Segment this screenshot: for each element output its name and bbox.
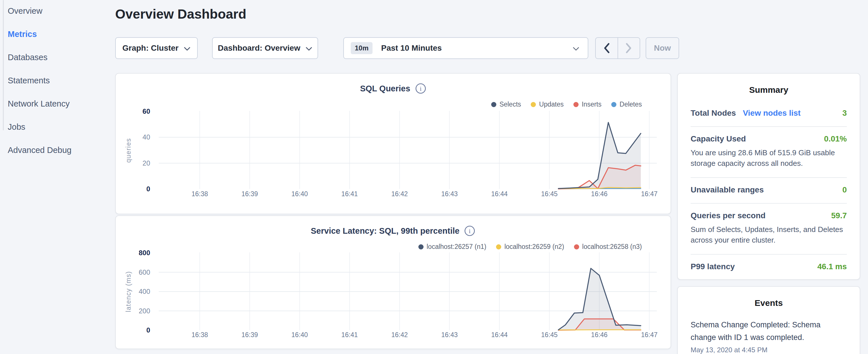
svg-text:i: i [420,85,422,92]
x-axis-tick: 16:39 [242,190,258,198]
legend-item-selects: Selects [491,100,521,108]
info-icon[interactable]: i [464,225,475,236]
legend-label: localhost:26257 (n1) [427,243,486,251]
summary-row-value: 0 [842,185,847,194]
y-axis-tick: 60 [143,108,150,115]
chart-title-row: Service Latency: SQL, 99th percentilei [116,225,671,236]
dashboard-dropdown[interactable]: Dashboard: Overview [212,37,318,59]
y-axis-tick: 800 [139,250,150,257]
summary-row-description: Sum of Selects, Updates, Inserts, and De… [691,224,847,246]
time-pager [595,37,640,59]
time-window-badge: 10m [351,42,373,54]
sidebar-item-overview[interactable]: Overview [0,6,115,30]
legend-item-updates: Updates [531,100,564,108]
chevron-left-icon [604,43,610,53]
sidebar-item-statements[interactable]: Statements [0,76,115,99]
summary-row-value: 3 [842,108,847,118]
chart-title: Service Latency: SQL, 99th percentile [311,226,460,236]
legend-label: Inserts [582,100,601,108]
legend-item-deletes: Deletes [611,100,642,108]
view-nodes-link[interactable]: View nodes list [743,108,801,118]
x-axis-tick: 16:46 [591,331,608,339]
legend-dot [496,244,501,250]
legend-dot [491,102,496,107]
summary-row-label: Total Nodes [691,108,736,118]
series-line-localhost-26259-n2 [559,330,641,330]
y-axis-tick: 200 [139,307,150,315]
events-title: Events [678,298,860,308]
sidebar-item-network-latency[interactable]: Network Latency [0,99,115,122]
now-button[interactable]: Now [646,37,679,59]
time-window-label: Past 10 Minutes [381,43,442,53]
sidebar-item-advanced-debug[interactable]: Advanced Debug [0,146,115,169]
x-axis-tick: 16:39 [242,331,258,339]
sql-queries-chart-card: SQL QueriesiSelectsUpdatesInsertsDeletes… [115,73,671,214]
legend-dot [574,244,579,250]
next-time-button[interactable] [618,38,640,58]
y-axis-tick: 0 [147,185,150,193]
y-axis-tick: 40 [143,133,150,141]
x-axis-tick: 16:43 [441,190,458,198]
y-axis-tick: 0 [147,326,150,334]
legend-label: Deletes [620,100,642,108]
summary-row-description: You are using 28.6 MiB of 515.9 GiB usab… [691,148,847,169]
chart-title-row: SQL Queriesi [116,83,671,94]
x-axis-tick: 16:46 [591,190,608,198]
graph-dropdown-label: Graph: Cluster [122,43,179,53]
x-axis-tick: 16:42 [391,331,408,339]
summary-row-value: 46.1 ms [817,262,847,271]
x-axis-tick: 16:47 [641,331,658,339]
event-message: Schema Change Completed: Schema change w… [691,319,828,344]
x-axis-tick: 16:38 [191,190,208,198]
summary-row-label: P99 latency [691,262,735,271]
x-axis-tick: 16:43 [441,331,458,339]
summary-row-p99-latency: P99 latency46.1 ms [691,255,847,280]
legend-dot [418,244,424,250]
x-axis-tick: 16:40 [291,331,308,339]
svg-text:i: i [469,227,470,234]
summary-row-total-nodes: Total NodesView nodes list3 [691,108,847,127]
legend-label: localhost:26259 (n2) [504,243,564,251]
chart-legend: localhost:26257 (n1)localhost:26259 (n2)… [418,243,642,251]
chart-plot[interactable]: 16:3816:3916:4016:4116:4216:4316:4416:45… [116,250,672,350]
summary-row-label: Queries per second [691,211,766,220]
summary-row-label: Unavailable ranges [691,185,764,194]
legend-dot [574,102,579,107]
chart-legend: SelectsUpdatesInsertsDeletes [491,100,642,108]
graph-dropdown[interactable]: Graph: Cluster [115,37,198,59]
x-axis-tick: 16:44 [491,331,508,339]
x-axis-tick: 16:40 [291,190,308,198]
x-axis-tick: 16:45 [541,331,558,339]
sidebar-item-jobs[interactable]: Jobs [0,122,115,146]
chart-plot[interactable]: 16:3816:3916:4016:4116:4216:4316:4416:45… [116,108,672,215]
events-panel: Events Schema Change Completed: Schema c… [677,286,860,354]
time-window-picker[interactable]: 10m Past 10 Minutes [343,37,588,59]
service-latency-chart-card: Service Latency: SQL, 99th percentileilo… [115,215,671,349]
summary-row-value: 0.01% [824,134,847,143]
y-axis-tick: 600 [139,268,150,276]
x-axis-tick: 16:45 [541,190,558,198]
y-axis-tick: 400 [139,288,150,295]
x-axis-tick: 16:41 [341,190,358,198]
legend-dot [531,102,536,107]
legend-label: Updates [539,100,564,108]
event-item[interactable]: Schema Change Completed: Schema change w… [691,319,847,354]
summary-row-queries-per-second: Queries per second59.7Sum of Selects, Up… [691,204,847,255]
chevron-down-icon [184,47,191,51]
sidebar-item-databases[interactable]: Databases [0,53,115,76]
page-title: Overview Dashboard [115,6,246,22]
chart-title: SQL Queries [360,84,410,93]
legend-label: localhost:26258 (n3) [582,243,642,251]
summary-row-value: 59.7 [831,211,847,220]
sidebar-nav: OverviewMetricsDatabasesStatementsNetwor… [0,0,115,169]
legend-item-localhost-26257-n1: localhost:26257 (n1) [418,243,486,251]
chevron-down-icon [306,47,312,51]
dashboard-dropdown-label: Dashboard: Overview [218,43,300,53]
x-axis-tick: 16:38 [191,331,208,339]
info-icon[interactable]: i [415,83,426,94]
prev-time-button[interactable] [596,38,618,58]
legend-item-localhost-26258-n3: localhost:26258 (n3) [574,243,642,251]
x-axis-tick: 16:41 [341,331,358,339]
sidebar-item-metrics[interactable]: Metrics [0,30,115,53]
chevron-down-icon [573,47,579,51]
